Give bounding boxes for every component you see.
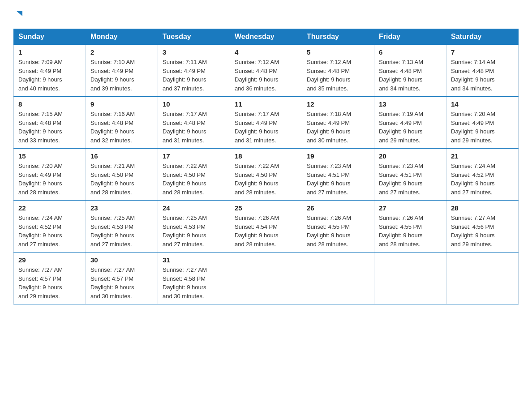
calendar-cell: 6 Sunrise: 7:13 AMSunset: 4:48 PMDayligh… [374, 45, 446, 97]
day-info: Sunrise: 7:27 AMSunset: 4:57 PMDaylight:… [18, 266, 63, 300]
day-number: 17 [163, 152, 225, 160]
day-info: Sunrise: 7:20 AMSunset: 4:49 PMDaylight:… [451, 111, 495, 144]
calendar-cell: 26 Sunrise: 7:26 AMSunset: 4:55 PMDaylig… [302, 201, 374, 253]
calendar-cell: 30 Sunrise: 7:27 AMSunset: 4:57 PMDaylig… [86, 253, 158, 304]
day-number: 24 [163, 204, 225, 212]
calendar-cell: 17 Sunrise: 7:22 AMSunset: 4:50 PMDaylig… [158, 149, 230, 201]
calendar-cell: 20 Sunrise: 7:23 AMSunset: 4:51 PMDaylig… [374, 149, 446, 201]
day-number: 27 [379, 204, 442, 212]
calendar-week-row: 8 Sunrise: 7:15 AMSunset: 4:48 PMDayligh… [14, 97, 519, 149]
day-number: 11 [235, 100, 297, 108]
day-number: 30 [90, 256, 153, 264]
day-number: 13 [379, 100, 442, 108]
calendar-header-row: SundayMondayTuesdayWednesdayThursdayFrid… [14, 29, 519, 45]
day-info: Sunrise: 7:24 AMSunset: 4:52 PMDaylight:… [18, 214, 63, 248]
day-number: 3 [163, 48, 225, 56]
calendar-body: 1 Sunrise: 7:09 AMSunset: 4:49 PMDayligh… [14, 45, 519, 304]
day-number: 29 [18, 256, 81, 264]
day-info: Sunrise: 7:25 AMSunset: 4:53 PMDaylight:… [163, 214, 207, 248]
calendar-cell: 29 Sunrise: 7:27 AMSunset: 4:57 PMDaylig… [14, 253, 86, 304]
day-info: Sunrise: 7:27 AMSunset: 4:56 PMDaylight:… [451, 214, 495, 248]
day-info: Sunrise: 7:22 AMSunset: 4:50 PMDaylight:… [163, 163, 207, 196]
day-info: Sunrise: 7:19 AMSunset: 4:49 PMDaylight:… [379, 111, 423, 144]
svg-marker-0 [16, 11, 22, 16]
calendar-cell: 28 Sunrise: 7:27 AMSunset: 4:56 PMDaylig… [446, 201, 519, 253]
calendar-cell: 10 Sunrise: 7:17 AMSunset: 4:48 PMDaylig… [158, 97, 230, 149]
day-number: 22 [18, 204, 81, 212]
calendar-cell: 27 Sunrise: 7:26 AMSunset: 4:55 PMDaylig… [374, 201, 446, 253]
calendar-cell: 14 Sunrise: 7:20 AMSunset: 4:49 PMDaylig… [446, 97, 519, 149]
day-info: Sunrise: 7:26 AMSunset: 4:55 PMDaylight:… [307, 214, 351, 248]
day-info: Sunrise: 7:12 AMSunset: 4:48 PMDaylight:… [235, 59, 279, 92]
day-info: Sunrise: 7:13 AMSunset: 4:48 PMDaylight:… [379, 59, 423, 92]
page-header [13, 9, 519, 21]
day-info: Sunrise: 7:10 AMSunset: 4:49 PMDaylight:… [90, 59, 135, 92]
day-number: 15 [18, 152, 81, 160]
day-info: Sunrise: 7:17 AMSunset: 4:49 PMDaylight:… [235, 111, 279, 144]
day-info: Sunrise: 7:24 AMSunset: 4:52 PMDaylight:… [451, 163, 495, 196]
day-info: Sunrise: 7:26 AMSunset: 4:55 PMDaylight:… [379, 214, 423, 248]
day-number: 1 [18, 48, 81, 56]
day-number: 8 [18, 100, 81, 108]
calendar-cell: 23 Sunrise: 7:25 AMSunset: 4:53 PMDaylig… [86, 201, 158, 253]
header-tuesday: Tuesday [158, 29, 230, 45]
day-number: 31 [163, 256, 225, 264]
calendar-cell: 31 Sunrise: 7:27 AMSunset: 4:58 PMDaylig… [158, 253, 230, 304]
day-info: Sunrise: 7:23 AMSunset: 4:51 PMDaylight:… [379, 163, 423, 196]
calendar-cell: 2 Sunrise: 7:10 AMSunset: 4:49 PMDayligh… [86, 45, 158, 97]
logo-arrow-icon [14, 9, 24, 21]
calendar-cell: 4 Sunrise: 7:12 AMSunset: 4:48 PMDayligh… [230, 45, 302, 97]
day-number: 9 [90, 100, 153, 108]
calendar-cell: 16 Sunrise: 7:21 AMSunset: 4:50 PMDaylig… [86, 149, 158, 201]
day-number: 18 [235, 152, 297, 160]
day-number: 5 [307, 48, 369, 56]
day-info: Sunrise: 7:17 AMSunset: 4:48 PMDaylight:… [163, 111, 207, 144]
day-info: Sunrise: 7:12 AMSunset: 4:48 PMDaylight:… [307, 59, 351, 92]
calendar-cell: 5 Sunrise: 7:12 AMSunset: 4:48 PMDayligh… [302, 45, 374, 97]
day-info: Sunrise: 7:20 AMSunset: 4:49 PMDaylight:… [18, 163, 63, 196]
day-info: Sunrise: 7:15 AMSunset: 4:48 PMDaylight:… [18, 111, 63, 144]
day-info: Sunrise: 7:21 AMSunset: 4:50 PMDaylight:… [90, 163, 135, 196]
calendar-cell: 21 Sunrise: 7:24 AMSunset: 4:52 PMDaylig… [446, 149, 519, 201]
day-number: 26 [307, 204, 369, 212]
header-friday: Friday [374, 29, 446, 45]
header-sunday: Sunday [14, 29, 86, 45]
calendar-cell: 9 Sunrise: 7:16 AMSunset: 4:48 PMDayligh… [86, 97, 158, 149]
calendar-cell: 22 Sunrise: 7:24 AMSunset: 4:52 PMDaylig… [14, 201, 86, 253]
day-info: Sunrise: 7:25 AMSunset: 4:53 PMDaylight:… [90, 214, 135, 248]
calendar-cell: 1 Sunrise: 7:09 AMSunset: 4:49 PMDayligh… [14, 45, 86, 97]
calendar-table: SundayMondayTuesdayWednesdayThursdayFrid… [13, 29, 519, 304]
calendar-week-row: 29 Sunrise: 7:27 AMSunset: 4:57 PMDaylig… [14, 253, 519, 304]
calendar-cell: 3 Sunrise: 7:11 AMSunset: 4:49 PMDayligh… [158, 45, 230, 97]
calendar-cell: 18 Sunrise: 7:22 AMSunset: 4:50 PMDaylig… [230, 149, 302, 201]
calendar-cell: 19 Sunrise: 7:23 AMSunset: 4:51 PMDaylig… [302, 149, 374, 201]
logo [13, 9, 24, 21]
calendar-cell [446, 253, 519, 304]
calendar-cell: 7 Sunrise: 7:14 AMSunset: 4:48 PMDayligh… [446, 45, 519, 97]
calendar-week-row: 15 Sunrise: 7:20 AMSunset: 4:49 PMDaylig… [14, 149, 519, 201]
day-number: 14 [451, 100, 514, 108]
day-number: 16 [90, 152, 153, 160]
day-info: Sunrise: 7:23 AMSunset: 4:51 PMDaylight:… [307, 163, 351, 196]
day-number: 10 [163, 100, 225, 108]
calendar-cell: 25 Sunrise: 7:26 AMSunset: 4:54 PMDaylig… [230, 201, 302, 253]
day-number: 7 [451, 48, 514, 56]
calendar-week-row: 1 Sunrise: 7:09 AMSunset: 4:49 PMDayligh… [14, 45, 519, 97]
day-number: 23 [90, 204, 153, 212]
header-wednesday: Wednesday [230, 29, 302, 45]
day-info: Sunrise: 7:27 AMSunset: 4:58 PMDaylight:… [163, 266, 207, 300]
day-info: Sunrise: 7:09 AMSunset: 4:49 PMDaylight:… [18, 59, 63, 92]
day-number: 12 [307, 100, 369, 108]
header-saturday: Saturday [446, 29, 519, 45]
day-info: Sunrise: 7:26 AMSunset: 4:54 PMDaylight:… [235, 214, 279, 248]
header-monday: Monday [86, 29, 158, 45]
day-number: 19 [307, 152, 369, 160]
day-number: 20 [379, 152, 442, 160]
calendar-cell: 24 Sunrise: 7:25 AMSunset: 4:53 PMDaylig… [158, 201, 230, 253]
day-number: 2 [90, 48, 153, 56]
day-info: Sunrise: 7:18 AMSunset: 4:49 PMDaylight:… [307, 111, 351, 144]
day-number: 21 [451, 152, 514, 160]
day-number: 6 [379, 48, 442, 56]
header-thursday: Thursday [302, 29, 374, 45]
calendar-cell: 8 Sunrise: 7:15 AMSunset: 4:48 PMDayligh… [14, 97, 86, 149]
